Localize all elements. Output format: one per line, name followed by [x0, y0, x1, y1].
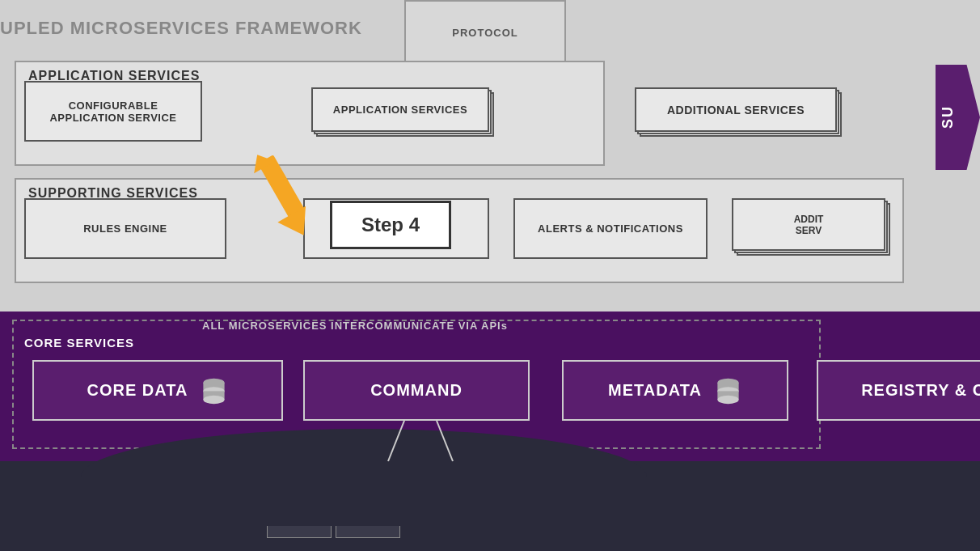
app-services-stack-main: APPLICATION SERVICES — [311, 87, 489, 132]
configurable-app-service-label: CONFIGURABLEAPPLICATION SERVICE — [49, 100, 176, 124]
alerts-label: ALERTS & NOTIFICATIONS — [538, 223, 683, 235]
app-services-stack-label: APPLICATION SERVICES — [333, 104, 467, 116]
configurable-app-service-box: CONFIGURABLEAPPLICATION SERVICE — [24, 81, 202, 142]
add-sup-label: ADDITSERV — [794, 214, 824, 236]
svg-point-14 — [717, 396, 738, 405]
add-support-stacked: ADDITSERV — [732, 198, 893, 259]
command-label: COMMAND — [370, 381, 463, 400]
metadata-db-icon — [714, 376, 742, 405]
registry-label: REGISTRY & CO — [861, 381, 980, 400]
rules-engine-box: RULES ENGINE — [24, 198, 226, 259]
bottom-curve-decoration — [81, 429, 647, 526]
yellow-arrow-decoration — [239, 146, 336, 251]
step4-label: Step 4 — [361, 214, 420, 236]
all-microservices-text: ALL MICROSERVICES INTERCOMMUNICATE VIA A… — [202, 320, 508, 332]
main-wrapper: PROTOCOL UPLED MICROSERVICES FRAMEWORK A… — [0, 0, 980, 551]
protocol-label: PROTOCOL — [452, 27, 517, 39]
purple-right-arrow: SU — [936, 65, 980, 170]
command-speech-lines — [372, 421, 469, 469]
svg-point-7 — [204, 396, 225, 405]
rules-engine-label: RULES ENGINE — [83, 223, 167, 235]
add-services-stack-main: ADDITIONAL SERVICES — [635, 87, 837, 132]
core-data-label: CORE DATA — [87, 381, 188, 400]
svg-marker-1 — [277, 206, 318, 244]
core-data-db-icon — [200, 376, 228, 405]
svg-line-8 — [388, 421, 404, 461]
command-box-wrapper: COMMAND — [303, 360, 530, 421]
core-data-box: CORE DATA — [32, 360, 283, 421]
core-services-label: CORE SERVICES — [24, 336, 134, 350]
alerts-notifications-box: ALERTS & NOTIFICATIONS — [513, 198, 708, 259]
metadata-box: METADATA — [562, 360, 788, 421]
metadata-label: METADATA — [608, 381, 702, 400]
command-box: COMMAND — [303, 360, 530, 421]
svg-line-9 — [437, 421, 453, 461]
step4-overlay: Step 4 — [330, 201, 451, 249]
protocol-box: PROTOCOL — [404, 0, 566, 65]
app-services-stacked: APPLICATION SERVICES — [311, 87, 497, 140]
add-sup-stack-main: ADDITSERV — [732, 198, 885, 251]
additional-services-box: ADDITIONAL SERVICES — [635, 87, 845, 140]
registry-box: REGISTRY & CO — [817, 360, 980, 421]
framework-title: UPLED MICROSERVICES FRAMEWORK — [0, 18, 362, 39]
purple-arrow-text: SU — [940, 105, 957, 129]
additional-services-label: ADDITIONAL SERVICES — [667, 104, 805, 117]
